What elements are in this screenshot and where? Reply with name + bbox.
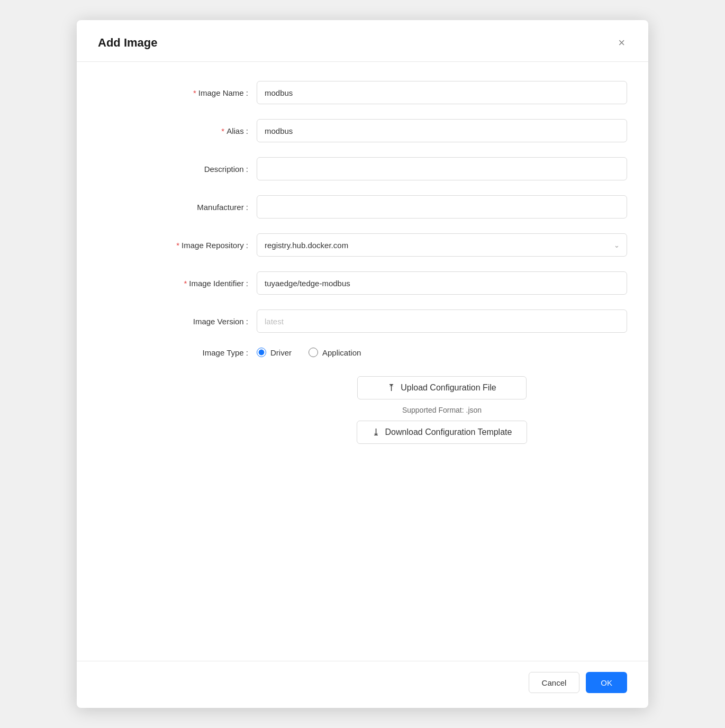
radio-driver-label: Driver (270, 348, 292, 357)
radio-application[interactable] (309, 348, 318, 357)
radio-driver[interactable] (257, 348, 266, 357)
image-identifier-label: * Image Identifier : (98, 279, 257, 288)
image-identifier-input[interactable] (257, 271, 627, 295)
image-identifier-row: * Image Identifier : (98, 271, 627, 295)
upload-download-row: ⤒ Upload Configuration File Supported Fo… (98, 372, 627, 444)
ok-button[interactable]: OK (586, 672, 627, 693)
upload-config-label: Upload Configuration File (401, 383, 496, 393)
required-star-identifier: * (184, 279, 187, 288)
dialog-header: Add Image × (77, 20, 648, 62)
image-repository-row: * Image Repository : registry.hub.docker… (98, 233, 627, 257)
cancel-button[interactable]: Cancel (529, 672, 580, 693)
image-repository-select-wrapper: registry.hub.docker.com ⌄ (257, 233, 627, 257)
dialog-title: Add Image (98, 36, 157, 50)
download-icon: ⤓ (372, 426, 380, 438)
image-version-row: Image Version : (98, 310, 627, 333)
dialog-body: * Image Name : * Alias : Description : M… (77, 62, 648, 661)
close-icon: × (618, 37, 625, 49)
upload-section: ⤒ Upload Configuration File Supported Fo… (257, 376, 627, 444)
description-label: Description : (98, 165, 257, 174)
upload-icon: ⤒ (387, 382, 395, 394)
manufacturer-input[interactable] (257, 195, 627, 219)
image-repository-label: * Image Repository : (98, 241, 257, 250)
upload-config-button[interactable]: ⤒ Upload Configuration File (357, 376, 527, 399)
download-template-label: Download Configuration Template (385, 427, 512, 437)
radio-application-label: Application (322, 348, 361, 357)
image-type-label: Image Type : (98, 348, 257, 357)
required-star: * (193, 88, 196, 97)
image-name-row: * Image Name : (98, 81, 627, 104)
alias-input[interactable] (257, 119, 627, 142)
required-star-alias: * (221, 126, 224, 135)
radio-option-driver[interactable]: Driver (257, 348, 292, 357)
required-star-repo: * (176, 241, 179, 250)
image-name-input[interactable] (257, 81, 627, 104)
description-row: Description : (98, 157, 627, 180)
radio-option-application[interactable]: Application (309, 348, 361, 357)
alias-label: * Alias : (98, 126, 257, 135)
image-type-radio-group: Driver Application (257, 348, 627, 357)
manufacturer-label: Manufacturer : (98, 203, 257, 212)
image-name-label: * Image Name : (98, 88, 257, 97)
manufacturer-row: Manufacturer : (98, 195, 627, 219)
download-template-button[interactable]: ⤓ Download Configuration Template (357, 421, 528, 444)
supported-format-text: Supported Format: .json (402, 406, 482, 414)
dialog-footer: Cancel OK (77, 661, 648, 708)
image-repository-select[interactable]: registry.hub.docker.com (257, 233, 627, 257)
image-version-input[interactable] (257, 310, 627, 333)
image-version-label: Image Version : (98, 317, 257, 326)
image-type-row: Image Type : Driver Application (98, 348, 627, 357)
alias-row: * Alias : (98, 119, 627, 142)
add-image-dialog: Add Image × * Image Name : * Alias : Des… (77, 20, 648, 708)
description-input[interactable] (257, 157, 627, 180)
close-button[interactable]: × (616, 35, 627, 51)
